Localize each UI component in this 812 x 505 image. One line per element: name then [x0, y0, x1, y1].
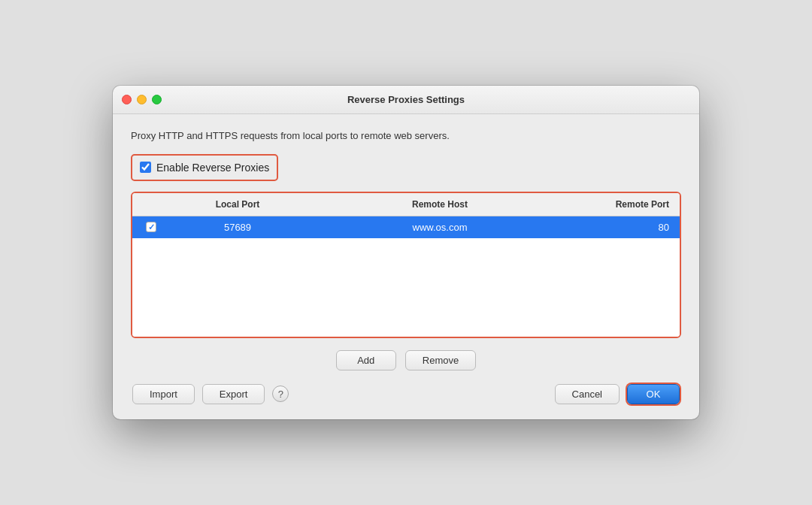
- cancel-button[interactable]: Cancel: [555, 384, 620, 404]
- titlebar: Reverse Proxies Settings: [113, 86, 699, 114]
- enable-proxies-checkbox[interactable]: [140, 162, 151, 173]
- checkmark-icon: ✓: [148, 222, 155, 232]
- proxy-table: Local Port Remote Host Remote Port ✓ 576…: [131, 192, 681, 338]
- table-body: ✓ 57689 www.os.com 80: [132, 216, 680, 337]
- bottom-bar: Import Export ? Cancel OK: [131, 384, 681, 404]
- action-buttons: Add Remove: [131, 350, 681, 370]
- import-button[interactable]: Import: [132, 384, 195, 404]
- description-text: Proxy HTTP and HTTPS requests from local…: [131, 129, 681, 143]
- minimize-button[interactable]: [137, 95, 147, 104]
- traffic-lights: [122, 95, 162, 104]
- row-local-port: 57689: [170, 222, 305, 233]
- col-header-local-port: Local Port: [170, 197, 305, 212]
- table-empty-area: [132, 238, 680, 313]
- bottom-left-buttons: Import Export ?: [132, 384, 289, 404]
- col-header-remote-port: Remote Port: [574, 197, 680, 212]
- export-button[interactable]: Export: [202, 384, 265, 404]
- close-button[interactable]: [122, 95, 132, 104]
- add-button[interactable]: Add: [336, 350, 396, 370]
- remove-button[interactable]: Remove: [405, 350, 476, 370]
- enable-checkbox-row[interactable]: Enable Reverse Proxies: [131, 154, 278, 181]
- col-header-enabled: [132, 197, 170, 212]
- main-window: Reverse Proxies Settings Proxy HTTP and …: [113, 86, 699, 419]
- ok-button[interactable]: OK: [627, 384, 680, 404]
- table-header: Local Port Remote Host Remote Port: [132, 193, 680, 216]
- table-row[interactable]: ✓ 57689 www.os.com 80: [132, 216, 680, 238]
- row-check-icon: ✓: [146, 222, 156, 232]
- col-header-remote-host: Remote Host: [305, 197, 574, 212]
- maximize-button[interactable]: [152, 95, 162, 104]
- help-button[interactable]: ?: [272, 386, 289, 402]
- enable-proxies-label[interactable]: Enable Reverse Proxies: [156, 162, 269, 174]
- bottom-right-buttons: Cancel OK: [555, 384, 680, 404]
- window-title: Reverse Proxies Settings: [347, 94, 465, 105]
- window-content: Proxy HTTP and HTTPS requests from local…: [113, 114, 699, 419]
- row-checkbox-cell: ✓: [132, 222, 170, 232]
- row-remote-port: 80: [574, 222, 680, 233]
- row-remote-host: www.os.com: [305, 222, 574, 233]
